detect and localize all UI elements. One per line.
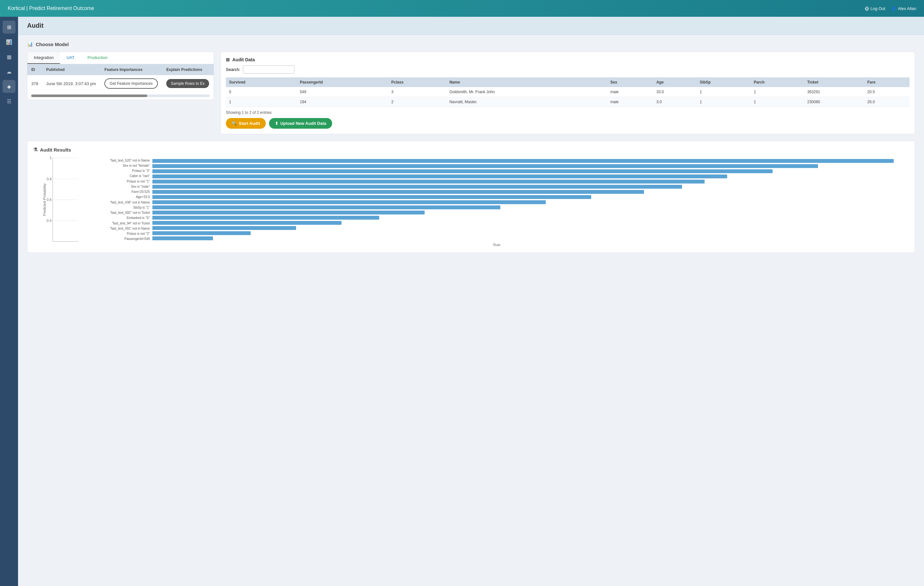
sidebar-item-grid[interactable]: ▦	[3, 50, 15, 63]
table-cell: 1	[226, 97, 297, 107]
audit-col-passengerid: PassengerId	[297, 78, 388, 87]
y-tick-04: 0.4	[47, 219, 51, 222]
bar	[152, 205, 500, 209]
audit-col-sibsp: SibSp	[696, 78, 751, 87]
table-cell: 33.0	[653, 87, 696, 97]
upload-audit-button[interactable]: ⬆ Upload New Audit Data	[269, 118, 332, 129]
bar	[152, 195, 591, 199]
start-audit-button[interactable]: 🔍 Start Audit	[226, 118, 266, 129]
sidebar-item-dashboard[interactable]: ⊞	[3, 21, 15, 33]
bar-row	[152, 159, 909, 163]
bar-row	[152, 185, 909, 189]
model-scrollbar[interactable]	[31, 94, 210, 97]
sample-rows-button[interactable]: Sample Rows to Ex	[166, 79, 209, 88]
table-cell: 194	[297, 97, 388, 107]
tab-production[interactable]: Production	[81, 52, 114, 64]
table-row: 05493Goldsmith, Mr. Frank Johnmale33.011…	[226, 87, 909, 97]
bar	[152, 180, 705, 184]
power-icon: ⏻	[865, 6, 869, 11]
rule-axis-label: Rule	[85, 243, 909, 247]
y-tick-06: 0.6	[47, 198, 51, 202]
audit-results-title: ⚗ Audit Results	[33, 147, 909, 152]
bar-row	[152, 180, 909, 184]
topnav: Kortical | Predict Retirement Outcome ⏻ …	[0, 0, 924, 17]
table-icon: ⊞	[226, 57, 230, 62]
bar	[152, 190, 644, 194]
search-input[interactable]	[243, 65, 294, 73]
bar-row	[152, 221, 909, 225]
bar-row	[152, 164, 909, 168]
table-cell: 0	[226, 87, 297, 97]
audit-col-name: Name	[446, 78, 607, 87]
showing-text: Showing 1 to 2 of 2 entries	[226, 110, 909, 115]
bar-label: Sex is "male"	[85, 184, 150, 189]
search-label: Search:	[226, 67, 240, 72]
bar-label: Sex is not "female"	[85, 164, 150, 168]
bar-chart-container: "fast_text_520" not in NameSex is not "f…	[85, 158, 909, 242]
table-cell: 230080	[804, 97, 864, 107]
bar-labels-col: "fast_text_520" not in NameSex is not "f…	[85, 158, 152, 242]
grid-icon: ▦	[7, 54, 12, 60]
model-table: ID Published Feature Importances Explain…	[27, 64, 214, 92]
audit-table: Survived PassengerId Pclass Name Sex Age…	[226, 78, 909, 107]
audit-col-age: Age	[653, 78, 696, 87]
bar-label: Pclass is not "1"	[85, 179, 150, 184]
upload-icon: ⬆	[275, 121, 278, 126]
flask-icon: ⚗	[33, 147, 37, 152]
search-row: Search:	[226, 65, 909, 73]
sidebar-item-layers[interactable]: ◈	[3, 80, 15, 93]
bar-label: "fast_text_692" not in Ticket	[85, 210, 150, 215]
audit-data-panel: ⊞ Audit Data Search: Survived Passenge	[220, 51, 915, 134]
bar	[152, 169, 772, 173]
sidebar-item-cloud[interactable]: ☁	[3, 65, 15, 78]
audit-col-survived: Survived	[226, 78, 297, 87]
bar-row	[152, 200, 909, 204]
page-content: 📊 Choose Model Integration UAT Productio…	[18, 35, 924, 259]
table-cell: 549	[297, 87, 388, 97]
bar-row	[152, 237, 909, 240]
cell-published: June 5th 2019, 3:07:43 pm	[42, 75, 101, 92]
bar-row	[152, 216, 909, 220]
col-explain: Explain Predictions	[162, 64, 214, 75]
table-cell: male	[607, 87, 653, 97]
top-section: Integration UAT Production ID Published …	[27, 51, 915, 134]
cell-id: 378	[27, 75, 42, 92]
table-cell: 1	[751, 87, 804, 97]
bar	[152, 200, 546, 204]
tab-uat[interactable]: UAT	[60, 52, 81, 64]
table-cell: Navratil, Master.	[446, 97, 607, 107]
dashboard-icon: ⊞	[7, 24, 11, 30]
bar-chart-icon: 📊	[6, 39, 12, 45]
audit-col-parch: Parch	[751, 78, 804, 87]
col-feature: Feature Importances	[101, 64, 162, 75]
bar	[152, 226, 296, 230]
choose-model-title: 📊 Choose Model	[27, 41, 915, 47]
bar-label: Pclass is "3"	[85, 169, 150, 173]
bar-row	[152, 231, 909, 235]
audit-col-ticket: Ticket	[804, 78, 864, 87]
user-icon: 👤	[891, 6, 896, 11]
table-cell: 363291	[804, 87, 864, 97]
bar	[152, 185, 682, 189]
action-buttons: 🔍 Start Audit ⬆ Upload New Audit Data	[226, 118, 909, 129]
bar-row	[152, 190, 909, 194]
table-cell: 1	[696, 97, 751, 107]
table-cell: 2	[388, 97, 446, 107]
bar-label: "fast_text_436" not in Name	[85, 200, 150, 204]
table-cell: 3	[388, 87, 446, 97]
bar	[152, 216, 379, 220]
sidebar-item-charts[interactable]: 📊	[3, 35, 15, 48]
get-feature-importances-button[interactable]: Get Feature Importances	[104, 78, 158, 89]
table-cell: 20.5	[864, 87, 909, 97]
tab-integration[interactable]: Integration	[27, 52, 60, 64]
user-info: 👤 Alex Allan	[891, 6, 916, 11]
bar	[152, 231, 251, 235]
audit-data-title: ⊞ Audit Data	[226, 57, 909, 62]
table-cell: 3.0	[653, 97, 696, 107]
sidebar-item-menu[interactable]: ☰	[3, 95, 15, 108]
bar-row	[152, 205, 909, 209]
audit-table-wrap: Survived PassengerId Pclass Name Sex Age…	[226, 78, 909, 107]
logout-button[interactable]: ⏻ Log Out	[865, 6, 885, 11]
model-panel: Integration UAT Production ID Published …	[27, 51, 214, 100]
bar-bars-col	[152, 158, 909, 242]
